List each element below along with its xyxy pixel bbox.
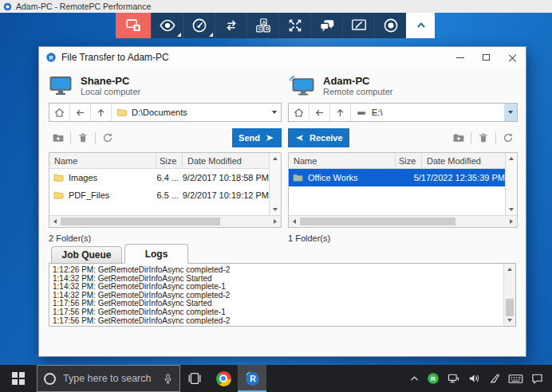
receive-label: Receive — [310, 133, 343, 143]
home-button[interactable] — [289, 104, 310, 121]
os-titlebar: Adam-PC - RemotePC Performance — [0, 0, 552, 13]
tray-expand-button[interactable] — [409, 374, 420, 384]
file-row-images[interactable]: Images 6.4 ... 9/2/2017 10:18:58 PM — [49, 169, 269, 186]
close-button[interactable] — [499, 47, 526, 68]
horizontal-scrollbar[interactable] — [49, 215, 281, 227]
file-date: 9/2/2017 10:19:12 PM — [179, 190, 269, 200]
scroll-up-icon[interactable] — [504, 264, 515, 275]
delete-button[interactable] — [73, 130, 93, 146]
file-name: Images — [69, 173, 97, 182]
column-date[interactable]: Date Modified — [183, 153, 269, 168]
vertical-scrollbar[interactable] — [505, 153, 517, 215]
chat-button[interactable] — [310, 13, 342, 38]
performance-button[interactable] — [183, 13, 215, 38]
microphone-icon[interactable] — [163, 373, 173, 385]
file-row-office-works[interactable]: Office Works 5/17/2022 12:35:39 PM — [289, 169, 505, 186]
arrow-left-icon — [74, 107, 86, 119]
volume-button[interactable] — [467, 372, 481, 385]
remote-actionbar: Receive — [288, 128, 518, 147]
swap-screens-button[interactable] — [215, 13, 246, 38]
up-button[interactable] — [91, 104, 112, 121]
keyboard-icon — [508, 373, 523, 385]
remote-file-list: Name Size Date Modified Office Works 5/1… — [288, 152, 518, 228]
minimize-button[interactable] — [447, 47, 473, 68]
local-pathbar: D:\Documents — [49, 103, 282, 122]
column-size[interactable]: Size — [156, 153, 183, 168]
new-folder-button[interactable] — [49, 130, 68, 146]
remote-path-dropdown[interactable] — [504, 104, 517, 121]
search-input[interactable] — [61, 372, 157, 385]
scrollbar-thumb[interactable] — [61, 218, 220, 225]
svg-text:R: R — [431, 375, 436, 382]
scroll-down-icon[interactable] — [509, 208, 514, 211]
receive-button[interactable]: Receive — [288, 128, 349, 147]
whiteboard-button[interactable] — [342, 13, 374, 38]
remote-desktop-screen: Adam-PC - RemotePC Performance — [0, 0, 552, 392]
local-actionbar: Send — [49, 128, 282, 147]
folder-icon — [292, 172, 304, 183]
logs-scrollbar[interactable] — [503, 264, 515, 326]
tab-logs[interactable]: Logs — [124, 244, 188, 264]
refresh-button[interactable] — [98, 130, 117, 146]
network-icon — [447, 372, 460, 385]
local-path-box[interactable]: D:\Documents — [112, 107, 268, 118]
pen-icon — [488, 372, 501, 385]
dialog-titlebar[interactable]: R File Transfer to Adam-PC — [39, 47, 526, 68]
separator — [70, 132, 71, 144]
horizontal-scrollbar[interactable] — [289, 215, 517, 227]
tray-remotepc-button[interactable]: R — [427, 372, 440, 385]
refresh-button[interactable] — [499, 130, 518, 146]
scroll-down-icon[interactable] — [273, 208, 278, 211]
close-icon — [508, 53, 517, 62]
scroll-left-icon[interactable] — [49, 216, 61, 227]
delete-button[interactable] — [474, 130, 493, 146]
system-tray: R — [409, 365, 552, 392]
tab-job-queue[interactable]: Job Queue — [51, 246, 122, 264]
shortcut-keys-button[interactable]: A C D — [246, 13, 278, 38]
new-folder-button[interactable] — [449, 130, 468, 146]
vertical-scrollbar[interactable] — [269, 153, 281, 215]
scrollbar-thumb[interactable] — [506, 299, 514, 316]
remote-path-box[interactable]: E:\ — [351, 108, 504, 118]
chrome-button[interactable] — [209, 365, 238, 392]
remote-computer-type: Remote computer — [323, 87, 392, 96]
scrollbar-thumb[interactable] — [300, 218, 455, 225]
task-view-button[interactable] — [180, 365, 209, 392]
fullscreen-button[interactable] — [278, 13, 310, 38]
scroll-right-icon[interactable] — [270, 216, 281, 227]
send-button[interactable]: Send — [232, 128, 282, 147]
scroll-up-icon[interactable] — [273, 157, 278, 160]
back-button[interactable] — [70, 104, 91, 121]
maximize-button[interactable] — [473, 47, 499, 68]
file-row-pdf-files[interactable]: PDF_Files 6.5 ... 9/2/2017 10:19:12 PM — [49, 186, 269, 204]
scroll-left-icon[interactable] — [289, 216, 300, 227]
column-name[interactable]: Name — [49, 153, 156, 168]
back-button[interactable] — [310, 104, 330, 121]
scroll-up-icon[interactable] — [509, 157, 514, 160]
cortana-icon — [44, 373, 56, 385]
local-path-dropdown[interactable] — [268, 104, 281, 121]
collapse-toolbar-button[interactable] — [406, 13, 435, 38]
file-size: 6.5 ... — [154, 190, 179, 200]
separator — [471, 132, 471, 144]
column-size[interactable]: Size — [396, 153, 422, 168]
disconnect-button[interactable] — [116, 13, 151, 38]
scroll-down-icon[interactable] — [504, 315, 515, 326]
remotepc-taskbar-button[interactable]: R — [238, 365, 266, 392]
record-button[interactable] — [374, 13, 406, 38]
up-button[interactable] — [330, 104, 351, 121]
window-controls — [447, 47, 526, 68]
scroll-right-icon[interactable] — [506, 216, 517, 227]
start-button[interactable] — [0, 365, 37, 392]
windows-logo-icon — [12, 372, 25, 385]
pen-button[interactable] — [488, 372, 501, 385]
column-date[interactable]: Date Modified — [422, 153, 505, 168]
taskbar-search[interactable] — [37, 365, 180, 392]
network-button[interactable] — [447, 372, 460, 385]
view-modes-button[interactable] — [151, 13, 183, 38]
trash-icon — [77, 131, 89, 144]
action-center-button[interactable] — [530, 372, 544, 385]
touch-keyboard-button[interactable] — [508, 373, 523, 385]
home-button[interactable] — [49, 104, 70, 121]
column-name[interactable]: Name — [289, 153, 396, 168]
